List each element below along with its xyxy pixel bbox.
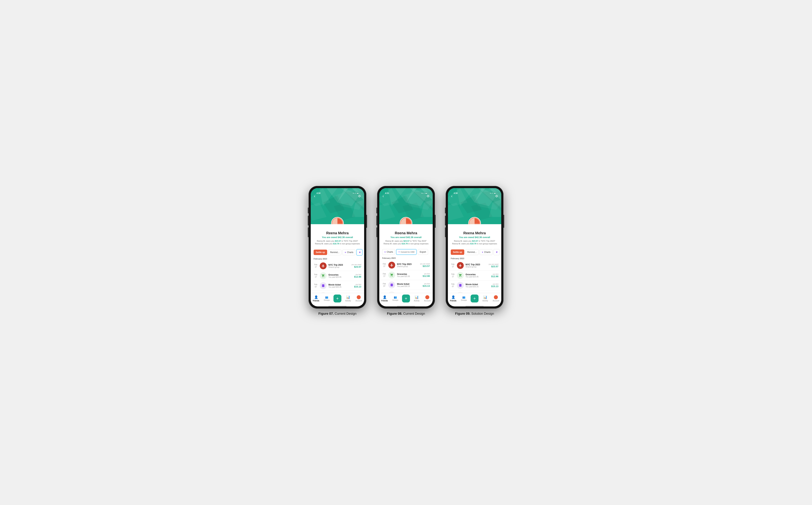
transaction-item[interactable]: Feb07 Movie ticket You paid $30.25 you l… [379, 280, 433, 290]
nav-groups[interactable]: 👥 Groups [390, 296, 401, 301]
nav-activity[interactable]: 📊 Activity [480, 295, 491, 302]
tx-status: you lent [491, 273, 498, 275]
transaction-item[interactable]: Feb07 Chinese Resturant Reena M. paid $1… [379, 290, 433, 293]
tx-amount-area: you lent $12.98 [423, 273, 430, 278]
nav-friends[interactable]: 👤 Friends [311, 295, 321, 302]
nav-account[interactable]: Account [422, 295, 433, 302]
groups-label: Groups [392, 299, 398, 301]
phone-content: Reena Mehra You are owed $42.36 overall … [311, 224, 364, 306]
caption-bold: Figure 09. [455, 312, 470, 315]
tx-status: you lent [423, 283, 430, 285]
add-button[interactable]: + [333, 295, 342, 303]
remind-button[interactable]: Remind... [328, 249, 342, 255]
nav-friends[interactable]: 👤 Friends [379, 295, 390, 302]
settle-up-button[interactable]: Settle up [314, 249, 327, 255]
add-button[interactable]: + [470, 295, 479, 303]
phone-screen: 4:31 ▪▪▪ ▾ ▬ [379, 188, 433, 306]
activity-label: Activity [482, 300, 488, 302]
figure-caption-fig07: Figure 07. Current Design [318, 312, 356, 316]
nav-activity[interactable]: 📊 Activity [343, 295, 354, 302]
caption-bold: Figure 08. [387, 312, 402, 315]
transaction-list: Feb17 NYC Trip 2023 Shared group you are… [448, 261, 501, 293]
nav-groups[interactable]: 👥 Groups [458, 296, 469, 301]
detail-text: Reena M. owes you $23.57 in "NYC Trip 20… [383, 240, 429, 245]
activity-icon: 📊 [483, 295, 487, 299]
transaction-list: Feb17 NYC Trip 2023 Shared group you are… [311, 261, 364, 293]
transaction-item[interactable]: Feb17 Groceries You paid $25.95 you lent… [311, 271, 364, 281]
tx-status: you are owed [489, 263, 498, 265]
avatar [468, 217, 481, 224]
power-button [504, 215, 504, 228]
account-label: Account [356, 300, 362, 302]
status-icons: ▪▪▪ ▾ ▬ [353, 192, 358, 194]
nav-add[interactable]: + [332, 295, 343, 303]
phone-content: Reena Mehra You are owed $42.36 overall … [379, 224, 433, 306]
nav-account[interactable]: Account [491, 295, 501, 302]
volume-down-button [308, 227, 308, 237]
settle-up-button[interactable]: Settle up [451, 249, 464, 255]
convert-usd-button[interactable]: ▼ Convert to USD [396, 249, 417, 255]
charts-button[interactable]: ▼Charts [480, 249, 493, 255]
nav-account[interactable]: Account [354, 295, 364, 302]
tx-status: you are owed [420, 263, 430, 265]
volume-mute-button [376, 208, 377, 213]
tx-status: you lent [354, 284, 361, 285]
transaction-item[interactable]: Feb17 Groceries You paid $25.95 you lent… [448, 271, 501, 281]
add-button[interactable]: + [402, 295, 410, 303]
detail-text: Reena M. owes you $23.57 in "NYC Trip 20… [451, 240, 498, 245]
bottom-nav: 👤 Friends 👥 Groups + 📊 [311, 293, 364, 305]
nav-friends[interactable]: 👤 Friends [448, 295, 458, 302]
caption-text: Current Design [402, 312, 425, 315]
user-name: Reena Mehra [451, 231, 498, 235]
transaction-item[interactable]: Feb17 NYC Trip 2023 Shared group you are… [379, 260, 433, 270]
action-buttons: ▼Charts▼ Convert to USDExport [379, 247, 433, 256]
user-info: Reena Mehra You are owed $42.36 overall … [448, 231, 501, 247]
avatar [331, 217, 344, 224]
transaction-item[interactable]: Feb07 Chinese Resturant Reena M. paid $1… [311, 291, 364, 293]
account-label: Account [424, 300, 430, 302]
status-time: 4:30 [454, 192, 457, 194]
nav-activity[interactable]: 📊 Activity [411, 295, 422, 302]
transaction-list: Feb17 NYC Trip 2023 Shared group you are… [379, 260, 433, 293]
volume-down-button [376, 227, 377, 237]
transaction-item[interactable]: Feb07 Movie ticket You paid $30.25 you l… [448, 281, 501, 290]
charts-button[interactable]: ▼Charts [343, 249, 355, 255]
transaction-item[interactable]: Feb17 Groceries You paid $25.95 you lent… [379, 270, 433, 280]
phone-shell: 4:30 ▪▪▪ ▾ ▬ [446, 186, 504, 309]
remind-button[interactable]: Remind... [465, 249, 479, 255]
tx-sub: You paid $25.95 [397, 276, 421, 278]
wifi-icon: ▾ [492, 192, 493, 194]
tx-date: Feb07 [314, 283, 318, 288]
friends-label: Friends [382, 300, 388, 302]
tx-date: Feb07 [451, 283, 455, 288]
tx-amount: $15.13 [491, 285, 498, 288]
tx-amount-area: you lent $15.13 [354, 284, 361, 288]
tx-status: you lent [423, 273, 430, 275]
transaction-item[interactable]: Feb17 NYC Trip 2023 Shared group you are… [311, 261, 364, 271]
transaction-item[interactable]: Feb07 Movie ticket You paid $30.25 you l… [311, 281, 364, 291]
transaction-item[interactable]: Feb17 NYC Trip 2023 Shared group you are… [448, 261, 501, 271]
nav-groups[interactable]: 👥 Groups [321, 296, 332, 301]
phone-shell: 4:30 ▪▪▪ ▾ ▬ [308, 186, 366, 309]
tx-sub: You paid $25.95 [328, 276, 352, 278]
tx-status: you lent [354, 274, 361, 276]
tx-details: Groceries You paid $25.95 [328, 274, 352, 278]
nav-add[interactable]: + [401, 295, 411, 303]
groups-icon: 👥 [325, 296, 328, 299]
action-buttons: Settle upRemind...▼Charts▼ [448, 247, 501, 257]
transaction-item[interactable]: Feb07 Chinese Resturant Reena M. paid $1… [448, 290, 501, 293]
tx-sub: Shared group [465, 266, 487, 268]
export-button[interactable]: Export [418, 249, 428, 255]
tx-details: NYC Trip 2023 Shared group [397, 263, 418, 268]
bottom-nav: 👤 Friends 👥 Groups + 📊 [448, 293, 501, 305]
nav-add[interactable]: + [469, 295, 480, 303]
charts-button[interactable]: ▼Charts [382, 249, 395, 255]
dropdown-button[interactable]: ▼ [356, 249, 363, 256]
phone-figure-fig07: 4:30 ▪▪▪ ▾ ▬ [308, 186, 366, 316]
dropdown-button[interactable]: ▼ [494, 249, 500, 255]
volume-mute-button [308, 208, 308, 213]
tx-name: NYC Trip 2023 [397, 263, 418, 266]
volume-up-button [308, 216, 308, 225]
account-avatar [357, 295, 361, 299]
user-name: Reena Mehra [383, 231, 429, 235]
